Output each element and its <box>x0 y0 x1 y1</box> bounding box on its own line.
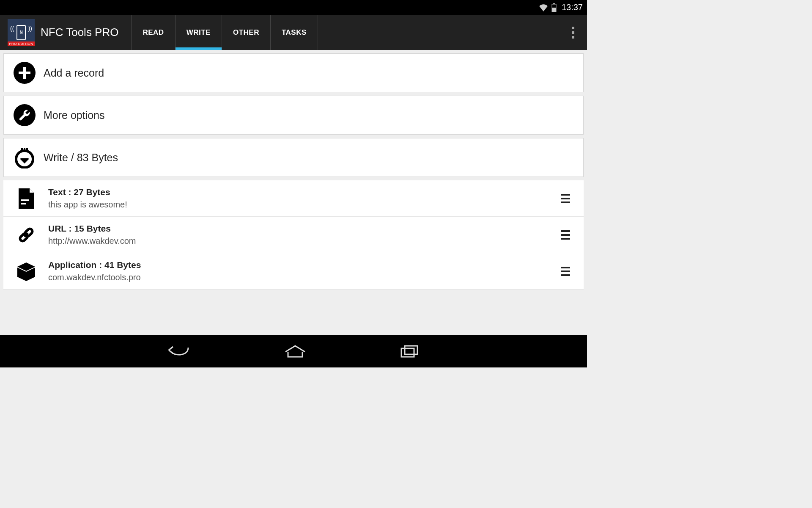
svg-rect-21 <box>405 346 417 354</box>
svg-marker-11 <box>20 158 29 163</box>
tab-write[interactable]: WRITE <box>175 15 222 50</box>
svg-rect-9 <box>26 148 28 150</box>
recent-apps-button[interactable] <box>400 344 420 359</box>
svg-rect-5 <box>19 72 30 74</box>
document-icon <box>15 188 37 210</box>
record-subtitle: http://www.wakdev.com <box>48 236 557 246</box>
tab-other-label: OTHER <box>233 28 259 37</box>
add-record-label: Add a record <box>44 67 104 79</box>
record-subtitle: this app is awesome! <box>48 200 557 210</box>
more-options-button[interactable]: More options <box>3 96 584 135</box>
record-item-application[interactable]: Application : 41 Bytes com.wakdev.nfctoo… <box>3 253 584 290</box>
wrench-icon <box>13 104 36 127</box>
pro-badge: PRO EDITION <box>8 41 35 46</box>
home-button[interactable] <box>284 344 307 359</box>
write-tag-button[interactable]: Write / 83 Bytes <box>3 138 584 177</box>
link-icon <box>15 224 37 246</box>
app-title: NFC Tools PRO <box>41 26 118 39</box>
plus-icon <box>13 61 36 84</box>
record-item-text[interactable]: Text : 27 Bytes this app is awesome! <box>3 180 584 217</box>
app-icon: (( )) PRO EDITION <box>8 19 35 46</box>
add-record-button[interactable]: Add a record <box>3 53 584 92</box>
battery-icon <box>551 3 557 12</box>
tab-read-label: READ <box>143 28 164 37</box>
record-item-url[interactable]: URL : 15 Bytes http://www.wakdev.com <box>3 217 584 253</box>
record-subtitle: com.wakdev.nfctools.pro <box>48 273 557 282</box>
reorder-handle-icon[interactable] <box>557 226 574 244</box>
record-title: Application : 41 Bytes <box>48 260 557 270</box>
reorder-handle-icon[interactable] <box>557 190 574 207</box>
tab-read[interactable]: READ <box>131 15 175 50</box>
clock-time: 13:37 <box>562 3 583 12</box>
svg-rect-2 <box>552 8 556 12</box>
navigation-bar <box>0 335 587 367</box>
tab-write-label: WRITE <box>187 28 211 37</box>
more-options-label: More options <box>44 109 105 121</box>
record-list: Text : 27 Bytes this app is awesome! URL… <box>3 180 584 290</box>
package-icon <box>15 260 37 282</box>
svg-rect-20 <box>401 348 414 357</box>
tab-tasks-label: TASKS <box>282 28 307 37</box>
write-summary-label: Write / 83 Bytes <box>44 152 118 164</box>
reorder-handle-icon[interactable] <box>557 262 574 280</box>
back-button[interactable] <box>167 343 191 359</box>
wifi-icon <box>539 4 548 11</box>
action-bar: (( )) PRO EDITION NFC Tools PRO READ WRI… <box>0 15 587 50</box>
tab-tasks[interactable]: TASKS <box>270 15 318 50</box>
svg-rect-13 <box>21 203 26 204</box>
status-bar: 13:37 <box>0 0 587 15</box>
record-title: Text : 27 Bytes <box>48 187 557 197</box>
record-title: URL : 15 Bytes <box>48 224 557 234</box>
content-area: Add a record More options Write / 83 Byt… <box>0 50 587 335</box>
svg-rect-12 <box>21 199 29 201</box>
download-circle-icon <box>13 146 36 169</box>
tab-other[interactable]: OTHER <box>222 15 270 50</box>
tab-bar: READ WRITE OTHER TASKS <box>131 15 318 50</box>
overflow-menu-button[interactable] <box>568 22 579 43</box>
svg-rect-7 <box>21 148 23 150</box>
